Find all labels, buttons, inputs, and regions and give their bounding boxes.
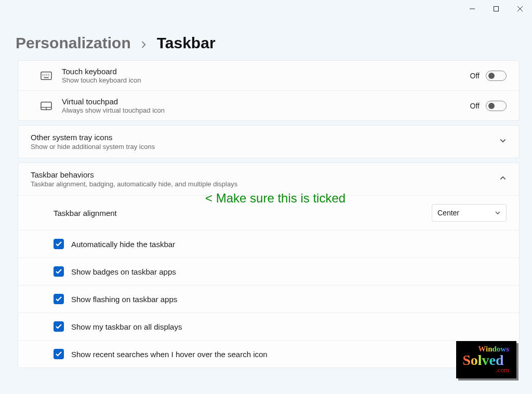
virtual-touchpad-icon xyxy=(31,101,62,111)
show-badges-row[interactable]: Show badges on taskbar apps xyxy=(18,257,519,285)
breadcrumb-current: Taskbar xyxy=(157,34,216,52)
watermark: Windows Solved .com xyxy=(456,341,516,378)
chevron-right-icon xyxy=(140,41,148,50)
taskbar-alignment-select[interactable]: Center xyxy=(432,204,507,222)
touch-keyboard-row[interactable]: Touch keyboard Show touch keyboard icon … xyxy=(18,61,519,90)
touch-keyboard-toggle-label: Off xyxy=(470,72,480,80)
show-flashing-checkbox[interactable] xyxy=(54,294,64,304)
breadcrumb: Personalization Taskbar xyxy=(16,34,216,52)
taskbar-behaviors-subtitle: Taskbar alignment, badging, automaticall… xyxy=(31,180,499,188)
taskbar-alignment-row: Taskbar alignment Center xyxy=(18,195,519,230)
touch-keyboard-icon xyxy=(31,71,62,80)
virtual-touchpad-subtitle: Always show virtual touchpad icon xyxy=(62,106,470,114)
taskbar-corner-icons-card: Touch keyboard Show touch keyboard icon … xyxy=(18,60,520,121)
chevron-down-icon xyxy=(495,210,501,216)
other-system-tray-header[interactable]: Other system tray icons Show or hide add… xyxy=(18,126,519,158)
taskbar-behaviors-title: Taskbar behaviors xyxy=(31,170,499,179)
auto-hide-taskbar-row[interactable]: Automatically hide the taskbar xyxy=(18,230,519,257)
svg-rect-1 xyxy=(494,7,499,11)
watermark-line2: Solved xyxy=(462,353,509,368)
touch-keyboard-title: Touch keyboard xyxy=(62,67,470,76)
auto-hide-taskbar-checkbox[interactable] xyxy=(54,239,64,249)
touch-keyboard-subtitle: Show touch keyboard icon xyxy=(62,76,470,84)
other-system-tray-title: Other system tray icons xyxy=(31,133,499,142)
taskbar-alignment-value: Center xyxy=(437,209,459,217)
virtual-touchpad-title: Virtual touchpad xyxy=(62,97,470,106)
recent-searches-hover-label: Show recent searches when I hover over t… xyxy=(71,350,507,359)
taskbar-behaviors-body: Taskbar alignment Center Automatically h… xyxy=(18,195,519,368)
taskbar-all-displays-label: Show my taskbar on all displays xyxy=(71,322,507,331)
recent-searches-hover-checkbox[interactable] xyxy=(54,349,64,359)
close-icon xyxy=(517,6,523,12)
breadcrumb-parent[interactable]: Personalization xyxy=(16,34,131,52)
virtual-touchpad-toggle[interactable] xyxy=(486,101,507,111)
virtual-touchpad-toggle-label: Off xyxy=(470,102,480,110)
maximize-button[interactable] xyxy=(484,0,508,18)
touch-keyboard-text: Touch keyboard Show touch keyboard icon xyxy=(62,67,470,84)
other-system-tray-card: Other system tray icons Show or hide add… xyxy=(18,125,520,158)
taskbar-behaviors-header[interactable]: Taskbar behaviors Taskbar alignment, bad… xyxy=(18,163,519,195)
minimize-icon xyxy=(469,6,475,12)
close-button[interactable] xyxy=(508,0,532,18)
other-system-tray-subtitle: Show or hide additional system tray icon… xyxy=(31,143,499,151)
taskbar-alignment-label: Taskbar alignment xyxy=(54,209,432,218)
chevron-up-icon xyxy=(499,174,507,184)
show-flashing-row[interactable]: Show flashing on taskbar apps xyxy=(18,285,519,313)
touch-keyboard-toggle[interactable] xyxy=(486,71,507,81)
maximize-icon xyxy=(493,6,499,12)
recent-searches-hover-row[interactable]: Show recent searches when I hover over t… xyxy=(18,340,519,368)
touch-keyboard-toggle-wrap: Off xyxy=(470,71,507,81)
show-flashing-label: Show flashing on taskbar apps xyxy=(71,295,507,304)
window-controls xyxy=(460,0,532,18)
virtual-touchpad-toggle-wrap: Off xyxy=(470,101,507,111)
minimize-button[interactable] xyxy=(460,0,484,18)
show-badges-checkbox[interactable] xyxy=(54,266,64,277)
auto-hide-taskbar-label: Automatically hide the taskbar xyxy=(71,240,507,249)
taskbar-behaviors-card: Taskbar behaviors Taskbar alignment, bad… xyxy=(18,162,520,368)
virtual-touchpad-text: Virtual touchpad Always show virtual tou… xyxy=(62,97,470,114)
show-badges-label: Show badges on taskbar apps xyxy=(71,267,507,276)
settings-content: Touch keyboard Show touch keyboard icon … xyxy=(18,60,520,372)
virtual-touchpad-row[interactable]: Virtual touchpad Always show virtual tou… xyxy=(18,90,519,120)
taskbar-all-displays-checkbox[interactable] xyxy=(54,321,64,332)
taskbar-all-displays-row[interactable]: Show my taskbar on all displays xyxy=(18,313,519,340)
chevron-down-icon xyxy=(499,137,507,146)
